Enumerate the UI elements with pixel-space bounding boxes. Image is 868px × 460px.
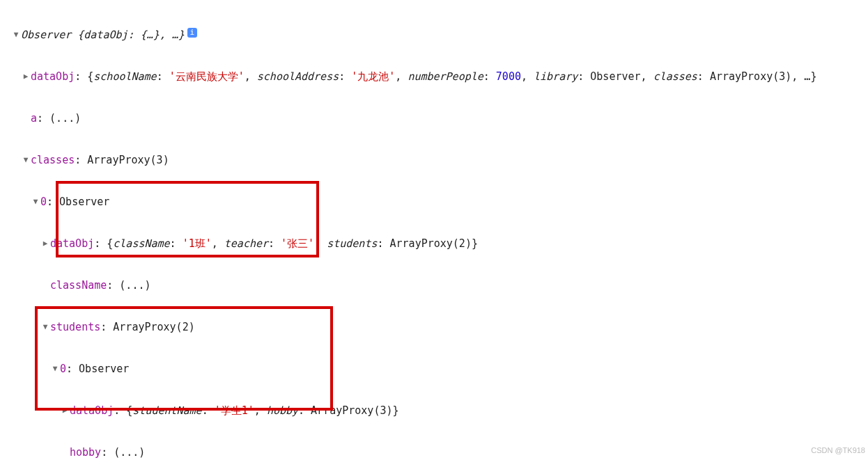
chevron-down-icon[interactable]: ▼ <box>13 28 20 42</box>
classes-0-students[interactable]: ▼students: ArrayProxy(2) <box>3 320 865 334</box>
chevron-down-icon[interactable]: ▼ <box>32 195 39 209</box>
students-0-dataobj[interactable]: ▶dataObj: {studentName: '学生1', hobby: Ar… <box>3 404 865 418</box>
classes-item-0[interactable]: ▼0: Observer <box>3 195 865 209</box>
chevron-down-icon[interactable]: ▼ <box>42 320 49 334</box>
chevron-right-icon[interactable]: ▶ <box>22 70 29 84</box>
chevron-right-icon[interactable]: ▶ <box>42 237 49 251</box>
chevron-down-icon[interactable]: ▼ <box>22 153 29 167</box>
classes-0-classname[interactable]: className: (...) <box>3 278 865 292</box>
object-header[interactable]: ▼Observer {dataObj: {…}, …} i <box>3 28 865 42</box>
classes-0-dataobj[interactable]: ▶dataObj: {className: '1班', teacher: '张三… <box>3 237 865 251</box>
prop-classes[interactable]: ▼classes: ArrayProxy(3) <box>3 153 865 167</box>
info-icon[interactable]: i <box>187 28 197 38</box>
chevron-right-icon[interactable]: ▶ <box>61 404 68 418</box>
students-item-0[interactable]: ▼0: Observer <box>3 362 865 376</box>
watermark: CSDN @TK918 <box>811 443 865 457</box>
object-summary: Observer {dataObj: {…}, …} <box>21 28 185 42</box>
chevron-down-icon[interactable]: ▼ <box>52 362 59 376</box>
students-0-hobby[interactable]: hobby: (...) <box>3 445 865 459</box>
prop-a[interactable]: a: (...) <box>3 111 865 125</box>
prop-dataobj[interactable]: ▶dataObj: {schoolName: '云南民族大学', schoolA… <box>3 70 865 84</box>
